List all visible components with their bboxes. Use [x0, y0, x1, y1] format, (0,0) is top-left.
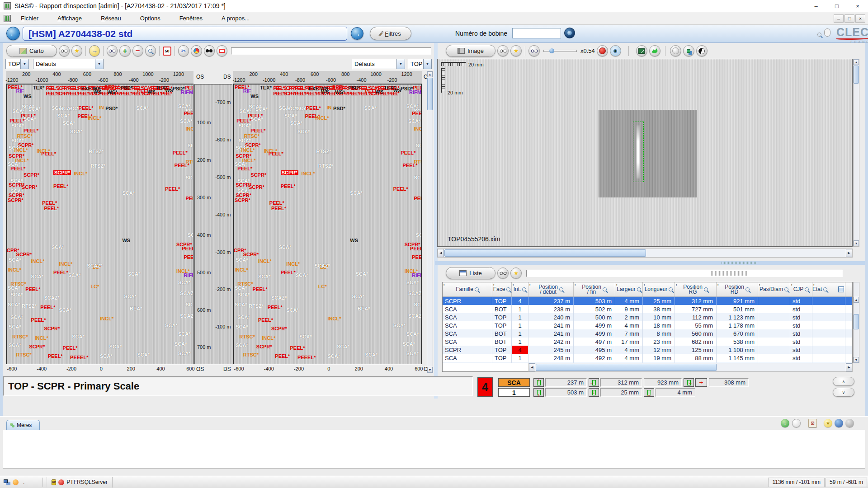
defect-label[interactable]: PEEEL* — [70, 355, 88, 360]
defect-image-view[interactable]: 20 mm 20 mm TOP04555206.xim — [437, 59, 853, 247]
defect-label[interactable]: SCA* — [356, 272, 368, 276]
table-row[interactable]: SCABOT1241 m499 m7 mm8 mm560 mm670 mmstd — [443, 329, 852, 338]
defect-label[interactable]: SCA* — [8, 286, 20, 290]
defect-label[interactable]: RTSC* — [12, 334, 28, 339]
defect-label[interactable]: PEEL* — [53, 184, 68, 188]
defect-label[interactable]: SCAZ* — [180, 291, 193, 296]
scroll-right-icon[interactable]: ▶ — [846, 363, 852, 371]
defect-label[interactable]: TEX* — [33, 85, 45, 90]
defect-label[interactable]: WS — [24, 94, 32, 99]
defect-label[interactable]: SCA* — [28, 107, 41, 111]
view-glasses-icon[interactable] — [497, 45, 509, 56]
defect-label[interactable]: PEEL* — [173, 150, 188, 155]
contrast-icon[interactable] — [696, 45, 708, 56]
filter-magnifier-icon[interactable] — [669, 287, 673, 291]
defect-label[interactable]: SCA* — [178, 280, 191, 285]
defect-label[interactable]: PEEL* — [182, 246, 193, 251]
mdi-minimize-icon[interactable]: – — [834, 14, 844, 23]
column-header-3[interactable]: ↕Position/ début — [528, 282, 574, 296]
defect-label[interactable]: SCA* — [408, 119, 421, 123]
defect-label[interactable]: SCA* — [258, 274, 271, 279]
star-icon[interactable]: ★ — [824, 419, 832, 427]
defect-label[interactable]: SCA* — [109, 344, 122, 349]
defect-label[interactable]: SCA* — [235, 302, 247, 307]
filter-magnifier-icon[interactable] — [637, 287, 641, 291]
minimize-icon[interactable]: – — [806, 0, 826, 12]
defect-label[interactable]: SCA* — [406, 351, 419, 356]
favorite-star-icon[interactable]: ★ — [510, 267, 522, 279]
defect-label[interactable]: SCA* — [297, 129, 310, 134]
shield-icon[interactable] — [191, 45, 202, 56]
record-icon[interactable] — [597, 45, 608, 56]
column-header-7[interactable]: ↕PositionRG — [675, 282, 717, 296]
scroll-up-icon[interactable]: ▲ — [854, 59, 859, 65]
defect-label[interactable]: SCA* — [52, 245, 64, 249]
defect-label[interactable]: SCA* — [416, 233, 422, 237]
defect-label[interactable]: PEEL* — [186, 196, 193, 201]
scroll-left-icon[interactable]: ◀ — [529, 363, 535, 371]
defect-label[interactable]: SCPR* — [24, 173, 39, 177]
defect-label[interactable]: WS — [122, 238, 130, 243]
defect-label[interactable]: PEEL* — [268, 305, 283, 310]
defect-label[interactable]: SCA* — [165, 323, 178, 328]
filter-magnifier-icon[interactable] — [603, 287, 607, 291]
defect-label[interactable]: WS — [165, 88, 173, 93]
defect-label[interactable]: RTSC* — [239, 334, 255, 339]
preview-glasses-icon[interactable] — [528, 45, 540, 56]
menu-item-affichage[interactable]: Affichage — [51, 13, 88, 24]
defect-label[interactable]: PEEL* — [31, 318, 46, 322]
defect-label[interactable]: SCA* — [236, 343, 248, 347]
defect-label[interactable]: SCA* — [236, 258, 248, 262]
table-row[interactable]: SCATOP1248 m492 m4 mm19 mm88 mm1 145 mms… — [443, 354, 852, 362]
goto-arrow-icon[interactable]: → — [89, 45, 100, 56]
speed-limit-icon[interactable]: 50 — [163, 47, 171, 56]
defect-label[interactable]: WS* — [107, 90, 117, 94]
defect-label[interactable]: SCA* — [124, 294, 137, 299]
defect-label[interactable]: SCAZ* — [87, 263, 102, 268]
defect-label[interactable]: SCA* — [63, 121, 75, 125]
back-button[interactable]: ← — [6, 27, 20, 40]
defect-label[interactable]: LC* — [90, 284, 99, 289]
defect-label[interactable]: PEEL* — [25, 287, 40, 291]
defect-label[interactable]: SCA* — [290, 121, 303, 125]
filter-magnifier-icon[interactable] — [704, 287, 708, 291]
defect-label[interactable]: SCA* — [279, 245, 292, 249]
defect-label[interactable]: SCA* — [328, 354, 340, 358]
defect-label[interactable]: PEEL* — [306, 106, 321, 110]
filter-magnifier-icon[interactable] — [506, 287, 510, 291]
defect-label[interactable]: RTSZ* — [89, 149, 104, 154]
scroll-down-icon[interactable]: ▼ — [854, 240, 859, 246]
menu-item-fentres[interactable]: Fenêtres — [173, 13, 209, 24]
defect-label[interactable]: SCA* — [136, 106, 149, 110]
defect-label[interactable]: PEEL* — [40, 305, 55, 310]
scissors-icon[interactable]: ✂ — [178, 45, 189, 56]
defect-label[interactable]: PEEL* — [393, 187, 408, 191]
prev-defect-button[interactable]: ∧ — [833, 377, 854, 386]
scroll-down-icon[interactable]: ▼ — [854, 357, 859, 363]
column-header-6[interactable]: ↕Longueur — [643, 282, 675, 296]
defect-label[interactable]: SCA* — [238, 123, 251, 128]
defect-label[interactable]: RIFM* — [181, 90, 193, 94]
image-vscrollbar[interactable]: ▲ ▼ — [853, 59, 859, 247]
table-row[interactable]: SCPRTOP4237 m503 m4 mm25 mm312 mm921 mms… — [443, 297, 852, 305]
defect-label[interactable]: PEEL* — [275, 354, 290, 358]
defect-label[interactable]: SCPR* — [9, 193, 24, 197]
target-icon[interactable] — [610, 45, 621, 56]
defect-label[interactable]: RIFM* — [409, 90, 422, 94]
defect-label[interactable]: SCA* — [178, 351, 191, 356]
defect-label[interactable]: INCL* — [100, 316, 113, 321]
table-row[interactable]: SCABOT1238 m502 m9 mm38 mm727 mm501 mmst… — [443, 305, 852, 313]
defect-label[interactable]: RTSZ* — [22, 304, 37, 308]
defect-label[interactable]: IN — [99, 105, 104, 110]
defect-label[interactable]: RIFM* — [184, 273, 193, 277]
defect-label[interactable]: SCA* — [350, 191, 363, 195]
defect-label[interactable]: INCL* — [414, 127, 422, 131]
maximize-icon[interactable]: □ — [826, 0, 847, 12]
defect-label[interactable]: PEEL* — [165, 187, 180, 191]
defect-label[interactable]: SCA* — [393, 323, 406, 328]
filter-magnifier-icon[interactable] — [823, 287, 827, 291]
column-header-2[interactable]: ↕Int. — [512, 282, 528, 296]
defect-label[interactable]: SCPR* — [236, 193, 251, 197]
column-header-10[interactable]: ↕CJP — [790, 282, 812, 296]
defect-label[interactable]: INCL* — [88, 116, 101, 120]
